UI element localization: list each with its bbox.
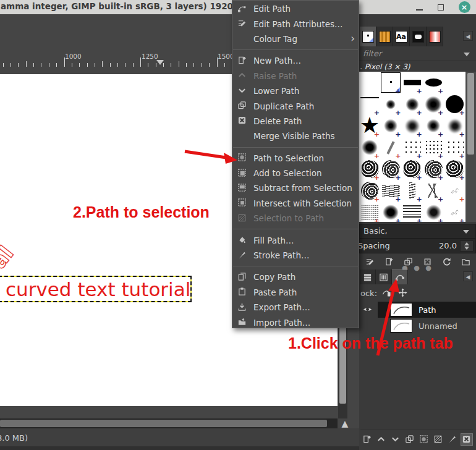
- annotation-step2: 2.Path to selection: [73, 203, 210, 221]
- paths-chevron-down-button[interactable]: [389, 433, 401, 446]
- paths-doc-plus-button[interactable]: [360, 433, 373, 446]
- spin-up-icon[interactable]: [464, 242, 469, 245]
- menu-item-new-path[interactable]: New Path…: [232, 53, 359, 68]
- menu-item-copy-path[interactable]: Copy Path: [232, 270, 359, 284]
- brush-blob[interactable]: [359, 137, 380, 158]
- brush-circle[interactable]: [444, 93, 465, 115]
- path-row-path[interactable]: Path: [359, 302, 476, 318]
- paths-sel-to-path-button[interactable]: [432, 433, 444, 446]
- brush-texture[interactable]: [444, 158, 465, 180]
- brush-deer[interactable]: [444, 180, 465, 202]
- path-row-unnamed[interactable]: Unnamed: [359, 318, 476, 334]
- brush-slash[interactable]: [380, 137, 401, 158]
- brush-grid-scrollbar-thumb[interactable]: [467, 73, 474, 155]
- dock-menu-left-icon[interactable]: ◀: [463, 271, 473, 281]
- menu-item-label: Copy Path: [253, 272, 295, 282]
- menu-item-add-to-selection[interactable]: Add to Selection: [232, 166, 359, 180]
- ruler-tick: [56, 63, 57, 67]
- move-cross-icon[interactable]: [398, 288, 409, 299]
- brush-scribble[interactable]: [380, 180, 401, 202]
- dockable-tabs: Aa: [360, 27, 443, 46]
- brush-noise[interactable]: [359, 202, 380, 222]
- brush-line[interactable]: [359, 93, 380, 115]
- horizontal-scrollbar-thumb[interactable]: [0, 420, 327, 427]
- brush-texture2[interactable]: [380, 158, 401, 180]
- brush-dots2[interactable]: [444, 137, 465, 158]
- navigation-preview-button[interactable]: ▲: [339, 418, 351, 429]
- visibility-eye-icon[interactable]: [363, 321, 374, 331]
- patterns-icon: [379, 31, 391, 43]
- paths-stroke-brush-button[interactable]: [446, 433, 459, 446]
- fuzzy-brush-shape: [383, 119, 398, 133]
- dock-menu-left-icon[interactable]: ◀: [463, 31, 473, 41]
- paths-sel-replace-button[interactable]: [418, 433, 430, 446]
- brush-soft3[interactable]: [423, 93, 444, 115]
- brush-sticks[interactable]: [423, 180, 444, 202]
- brush-filter-field[interactable]: filter: [359, 47, 476, 61]
- menu-item-label: Colour Tag: [253, 34, 297, 44]
- menu-item-duplicate-path[interactable]: Duplicate Path: [232, 98, 359, 113]
- brush-texture[interactable]: [402, 158, 423, 180]
- minimize-button[interactable]: [413, 0, 425, 14]
- visibility-eye-icon[interactable]: [363, 305, 374, 315]
- tab-layers[interactable]: [360, 270, 376, 284]
- menu-item-delete-path[interactable]: Delete Path: [232, 114, 359, 129]
- brush-soft1[interactable]: [380, 93, 401, 115]
- brush-texture2[interactable]: [423, 158, 444, 180]
- brush-fuzzy[interactable]: [423, 115, 444, 137]
- brush-group-select[interactable]: Basic,: [359, 224, 476, 239]
- menu-item-edit-path-attributes[interactable]: Edit Path Attributes…: [232, 16, 359, 31]
- menu-item-export-path[interactable]: Export Path…: [232, 300, 359, 315]
- brush-grid-scrollbar[interactable]: [465, 72, 476, 222]
- menu-item-subtract-from-selection[interactable]: Subtract from Selection: [232, 180, 359, 195]
- menu-item-merge-visible-paths[interactable]: Merge Visible Paths: [232, 129, 359, 143]
- horizontal-scrollbar[interactable]: [0, 418, 338, 428]
- dock-tab-brushes[interactable]: [360, 27, 376, 46]
- tab-paths[interactable]: [392, 270, 408, 284]
- menu-item-import-path[interactable]: Import Path…: [232, 315, 359, 329]
- menu-item-colour-tag[interactable]: Colour Tag›: [232, 32, 359, 46]
- brush-vstrokes[interactable]: [402, 180, 423, 202]
- brush-pixel[interactable]: [380, 72, 401, 93]
- brush-bar[interactable]: [402, 72, 423, 93]
- brush-texture[interactable]: [359, 158, 380, 180]
- ruler-tick: [193, 63, 194, 67]
- dock-tab-fonts[interactable]: Aa: [393, 27, 410, 46]
- brush-fuzzy2[interactable]: [444, 115, 465, 137]
- sticks-brush-shape: [425, 184, 442, 198]
- paths-x-box-button[interactable]: [461, 433, 473, 446]
- dock-tab-patterns[interactable]: [376, 27, 393, 46]
- dock-tab-gradients[interactable]: [427, 27, 443, 46]
- brush-blob[interactable]: [380, 202, 401, 222]
- spacing-stepper[interactable]: [460, 240, 474, 252]
- close-button[interactable]: ×: [457, 0, 471, 14]
- spin-down-icon[interactable]: [464, 247, 469, 250]
- menu-item-stroke-path[interactable]: Stroke Path…: [232, 248, 359, 263]
- spacing-control[interactable]: Spacing 20.0: [359, 239, 476, 253]
- menu-item-intersect-with-selection[interactable]: Intersect with Selection: [232, 196, 359, 211]
- brush-dots[interactable]: [423, 137, 444, 158]
- paths-duplicate-button[interactable]: [403, 433, 415, 446]
- lock-path-icon[interactable]: [382, 288, 393, 299]
- brush-fuzzy2[interactable]: [402, 115, 423, 137]
- menu-item-paste-path[interactable]: Paste Path: [232, 285, 359, 300]
- brush-hlines[interactable]: [402, 202, 423, 222]
- brush-soft2[interactable]: [402, 93, 423, 115]
- brush-vine[interactable]: [444, 202, 465, 222]
- fonts-icon: Aa: [396, 31, 407, 43]
- restore-button[interactable]: [435, 0, 447, 14]
- brush-texture2[interactable]: [359, 180, 380, 202]
- selection-marquee: curved text tutorial: [0, 276, 192, 302]
- menu-item-edit-path[interactable]: Edit Path: [232, 1, 359, 16]
- brush-dots2[interactable]: [402, 137, 423, 158]
- dock-tab-tool-options[interactable]: [410, 27, 427, 46]
- brush-fuzzy[interactable]: [380, 115, 401, 137]
- tab-channels[interactable]: [376, 270, 392, 284]
- menu-item-path-to-selection[interactable]: Path to Selection: [232, 151, 359, 166]
- brush-blob2[interactable]: [423, 202, 444, 222]
- brush-ellipse[interactable]: [423, 72, 444, 93]
- menu-item-lower-path[interactable]: Lower Path: [232, 83, 359, 98]
- brush-star[interactable]: ★: [359, 115, 380, 137]
- menu-item-fill-path[interactable]: Fill Path…: [232, 232, 359, 247]
- paths-chevron-up-button[interactable]: [375, 433, 387, 446]
